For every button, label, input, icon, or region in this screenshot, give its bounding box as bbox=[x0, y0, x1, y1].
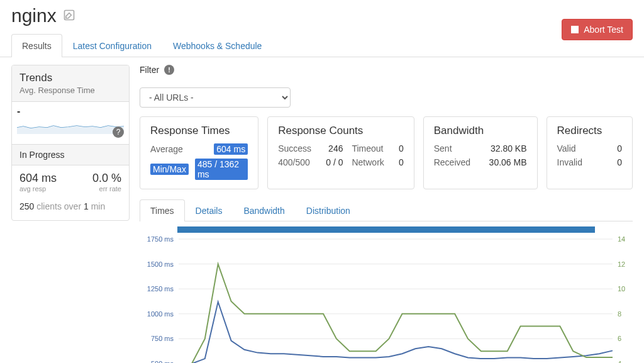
filter-label: Filter bbox=[140, 65, 159, 75]
trends-title: Trends bbox=[19, 72, 121, 84]
svg-text:750 ms: 750 ms bbox=[151, 335, 174, 342]
main-tabs: Results Latest Configuration Webhooks & … bbox=[0, 34, 644, 57]
response-counts-title: Response Counts bbox=[278, 125, 404, 137]
sent-label: Sent bbox=[434, 143, 452, 154]
sparkline-chart bbox=[17, 117, 124, 136]
redirects-title: Redirects bbox=[557, 125, 622, 137]
in-progress-title: In Progress bbox=[12, 145, 129, 165]
minmax-value: 485 / 1362 ms bbox=[195, 159, 248, 180]
success-value: 246 bbox=[323, 143, 343, 154]
avg-resp-value: 604 ms bbox=[19, 172, 57, 185]
subtab-details[interactable]: Details bbox=[185, 199, 233, 221]
received-value: 30.06 MB bbox=[489, 157, 527, 167]
response-counts-card: Response Counts Success 246 Timeout 0 40… bbox=[267, 116, 414, 189]
clients-line: 250 clients over 1 min bbox=[19, 201, 121, 211]
abort-test-button[interactable]: Abort Test bbox=[562, 19, 633, 40]
svg-text:4: 4 bbox=[618, 360, 621, 363]
valid-value: 0 bbox=[617, 143, 622, 154]
received-label: Received bbox=[434, 157, 470, 167]
err-rate-value: 0.0 % bbox=[92, 172, 121, 185]
tab-results[interactable]: Results bbox=[11, 34, 62, 57]
subtab-times[interactable]: Times bbox=[140, 199, 185, 221]
edit-icon[interactable] bbox=[63, 9, 75, 23]
invalid-label: Invalid bbox=[557, 157, 582, 167]
info-icon[interactable]: ! bbox=[164, 65, 174, 75]
valid-label: Valid bbox=[557, 143, 576, 154]
tab-webhooks-schedule[interactable]: Webhooks & Schedule bbox=[162, 34, 272, 57]
trends-dash: - bbox=[17, 106, 124, 117]
network-value: 0 bbox=[396, 157, 403, 167]
response-times-title: Response Times bbox=[150, 125, 248, 137]
filter-select[interactable]: - All URLs - bbox=[140, 87, 291, 108]
svg-text:1500 ms: 1500 ms bbox=[147, 260, 174, 268]
stop-icon bbox=[571, 26, 579, 33]
svg-text:500 ms: 500 ms bbox=[151, 360, 174, 363]
help-icon[interactable]: ? bbox=[113, 126, 124, 138]
abort-test-label: Abort Test bbox=[584, 25, 623, 35]
timeout-label: Timeout bbox=[352, 143, 387, 154]
svg-text:6: 6 bbox=[618, 335, 621, 342]
svg-text:12: 12 bbox=[618, 260, 625, 268]
response-times-card: Response Times Average 604 ms Min/Max 48… bbox=[140, 116, 258, 189]
minmax-label: Min/Max bbox=[150, 164, 189, 175]
subtab-bandwidth[interactable]: Bandwidth bbox=[233, 199, 295, 221]
redirects-card: Redirects Valid 0 Invalid 0 bbox=[547, 116, 633, 189]
svg-text:1750 ms: 1750 ms bbox=[147, 235, 174, 243]
bandwidth-card: Bandwidth Sent 32.80 KB Received 30.06 M… bbox=[423, 116, 538, 189]
timeout-value: 0 bbox=[396, 143, 403, 154]
subtab-distribution[interactable]: Distribution bbox=[296, 199, 361, 221]
trends-card: Trends Avg. Response Time - ? In Progres… bbox=[11, 65, 130, 221]
svg-text:14: 14 bbox=[618, 235, 625, 243]
page-title: nginx bbox=[11, 5, 57, 26]
err-rate-label: err rate bbox=[92, 185, 121, 193]
avg-resp-label: avg resp bbox=[19, 185, 57, 193]
avg-value: 604 ms bbox=[214, 143, 248, 155]
times-chart: 1750 ms141500 ms121250 ms101000 ms8750 m… bbox=[140, 226, 633, 363]
network-label: Network bbox=[352, 157, 387, 167]
svg-text:1250 ms: 1250 ms bbox=[147, 285, 174, 293]
err-codes-label: 400/500 bbox=[278, 157, 314, 167]
tab-latest-configuration[interactable]: Latest Configuration bbox=[62, 34, 162, 57]
svg-text:10: 10 bbox=[618, 285, 625, 293]
invalid-value: 0 bbox=[617, 157, 622, 167]
avg-label: Average bbox=[150, 144, 183, 154]
svg-text:1000 ms: 1000 ms bbox=[147, 310, 174, 318]
err-codes-value: 0 / 0 bbox=[323, 157, 343, 167]
success-label: Success bbox=[278, 143, 314, 154]
sub-tabs: Times Details Bandwidth Distribution bbox=[140, 199, 633, 221]
bandwidth-title: Bandwidth bbox=[434, 125, 527, 137]
sent-value: 32.80 KB bbox=[491, 143, 527, 154]
trends-subtitle: Avg. Response Time bbox=[19, 86, 121, 95]
svg-text:8: 8 bbox=[618, 310, 621, 318]
